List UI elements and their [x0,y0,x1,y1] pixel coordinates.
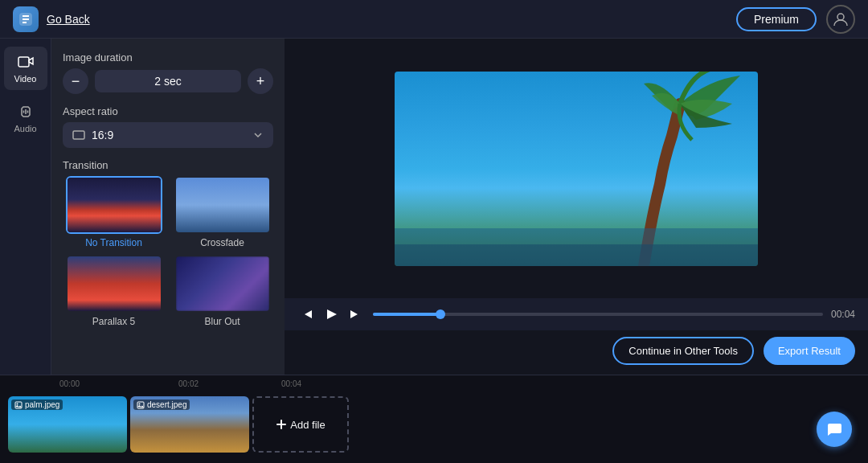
aspect-ratio-value: 16:9 [92,129,113,141]
svg-point-9 [139,403,141,404]
skip-forward-button[interactable] [346,305,365,324]
transition-thumb-parallax5 [66,255,162,313]
clip-label-desert: desert.jpeg [133,399,190,410]
sidebar-item-video[interactable]: Video [4,47,47,90]
time-display: 00:04 [831,309,855,320]
svg-point-1 [837,14,844,20]
topbar-left: Go Back [13,6,90,32]
duration-control: − + [63,68,273,94]
svg-point-7 [17,403,18,404]
transition-crossfade[interactable]: Crossfade [171,176,273,248]
sidebar-video-label: Video [14,74,37,84]
chat-icon [825,420,843,438]
clip-filename-palm: palm.jpeg [25,400,59,409]
aspect-ratio-dropdown[interactable]: 16:9 [63,122,273,148]
svg-rect-2 [18,57,29,67]
transition-thumb-blur-out [174,255,271,313]
transition-no-transition[interactable]: No Transition [63,176,165,248]
transition-grid: No Transition Crossfade Parallax 5 [63,176,273,327]
timeline-clip-desert[interactable]: desert.jpeg [130,396,249,453]
duration-input[interactable] [95,70,241,92]
skip-back-button[interactable] [297,305,317,324]
aspect-ratio-icon [72,129,85,141]
sidebar-icons: Video Audio [0,39,51,375]
video-preview [395,72,758,266]
ruler-mark-1: 00:02 [178,379,199,388]
svg-rect-3 [73,131,84,139]
add-file-label: Add file [290,419,325,431]
clip-label-palm: palm.jpeg [11,399,63,410]
transition-label-blur-out: Blur Out [204,316,240,327]
palm-image [395,72,758,266]
image-icon [14,401,23,409]
timeline-clip-palm[interactable]: palm.jpeg [8,396,127,453]
duration-decrease-button[interactable]: − [63,68,88,94]
timeline-tracks: palm.jpeg desert.jpeg Add file [0,391,868,457]
play-button[interactable] [321,305,341,324]
transition-thumb-crossfade [174,176,271,234]
transition-section: Transition No Transition Crossfade [63,159,273,327]
svg-rect-5 [395,244,758,266]
image-duration-section: Image duration − + [63,51,273,94]
plus-icon [276,419,287,430]
transition-label: Transition [63,159,273,171]
transition-blur-out[interactable]: Blur Out [171,255,273,327]
aspect-ratio-label: Aspect ratio [63,105,273,117]
user-avatar[interactable] [826,5,855,34]
left-panel: Image duration − + Aspect ratio 16:9 [51,39,285,375]
chevron-down-icon [252,129,264,141]
center-area: 00:04 Continue in Other Tools Export Res… [285,39,868,375]
topbar-right: Premium [736,5,855,34]
sidebar-audio-label: Audio [14,124,36,133]
aspect-ratio-section: Aspect ratio 16:9 [63,105,273,148]
ruler-mark-0: 00:00 [59,379,80,388]
continue-other-tools-button[interactable]: Continue in Other Tools [612,337,754,365]
sidebar-item-audio[interactable]: Audio [4,96,47,140]
transition-label-parallax5: Parallax 5 [92,316,135,327]
main-layout: Video Audio Image duration − + Aspect ra… [0,39,868,375]
progress-fill [373,313,440,316]
app-logo [13,6,39,32]
playback-bar: 00:04 [285,298,868,330]
play-controls [297,305,365,324]
transition-parallax5[interactable]: Parallax 5 [63,255,165,327]
ruler-mark-2: 00:04 [281,379,301,388]
preview-area [285,39,868,298]
image-duration-label: Image duration [63,51,273,64]
palm-tree-svg [395,72,758,266]
action-row: Continue in Other Tools Export Result [285,330,868,375]
transition-label-crossfade: Crossfade [200,237,244,248]
timeline-ruler: 00:00 00:02 00:04 [0,375,868,391]
clip-filename-desert: desert.jpeg [147,400,186,409]
progress-bar[interactable] [373,313,823,316]
timeline-area: 00:00 00:02 00:04 palm.jpeg desert.jpeg … [0,375,868,463]
export-result-button[interactable]: Export Result [764,337,855,365]
go-back-link[interactable]: Go Back [47,13,90,26]
transition-label-no-transition: No Transition [85,237,142,248]
topbar: Go Back Premium [0,0,868,39]
image-icon-desert [137,401,145,409]
add-file-button[interactable]: Add file [252,396,349,453]
duration-increase-button[interactable]: + [248,68,273,94]
premium-button[interactable]: Premium [736,7,817,31]
support-chat-button[interactable] [817,412,852,447]
progress-dot [436,309,445,319]
transition-thumb-no-transition [66,176,162,234]
